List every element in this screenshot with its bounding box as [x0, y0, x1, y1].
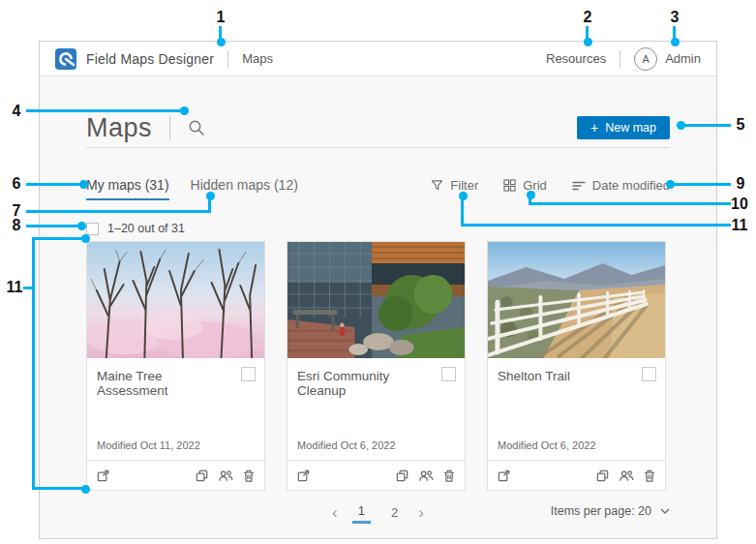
callout-line — [529, 202, 731, 205]
callout-line — [32, 237, 35, 490]
callout-number-1: 1 — [217, 9, 226, 26]
callout-dot — [77, 222, 86, 230]
view-controls: Filter Grid — [431, 178, 670, 193]
field-maps-designer-window: Field Maps Designer Maps Resources A Adm… — [39, 41, 717, 539]
filter-label: Filter — [450, 178, 478, 193]
page-1-button[interactable]: 1 — [352, 501, 371, 524]
map-card-shelton-trail[interactable]: Shelton Trail Modified Oct 6, 2022 — [487, 241, 666, 491]
filter-button[interactable]: Filter — [431, 178, 478, 193]
title-rule — [86, 147, 670, 148]
new-map-button[interactable]: + New map — [577, 116, 670, 139]
map-card-esri-community-cleanup[interactable]: Esri Community Cleanup Modified Oct 6, 2… — [287, 241, 466, 491]
modified-date: Modified Oct 6, 2022 — [488, 439, 665, 460]
modified-date: Modified Oct 6, 2022 — [287, 439, 465, 460]
card-checkbox[interactable] — [241, 367, 256, 381]
open-map-icon[interactable] — [296, 468, 311, 483]
filter-funnel-icon — [431, 179, 443, 192]
callout-line — [26, 183, 81, 186]
callout-dot — [459, 192, 468, 200]
callout-line — [673, 183, 731, 186]
page-title: Maps — [86, 115, 152, 140]
map-title: Maine Tree Assessment — [97, 369, 255, 398]
sort-label: Date modified — [592, 178, 670, 193]
header-divider — [620, 50, 620, 68]
app-title: Field Maps Designer — [86, 51, 214, 67]
map-thumbnail-trail — [488, 242, 665, 358]
header-divider — [227, 50, 228, 68]
header-right: Resources A Admin — [546, 47, 701, 71]
nav-item-maps[interactable]: Maps — [242, 51, 273, 66]
plus-icon: + — [590, 122, 598, 134]
map-title: Shelton Trail — [498, 369, 655, 383]
card-body: Shelton Trail — [488, 358, 665, 439]
chevron-down-icon — [660, 508, 670, 514]
screenshot-canvas: Field Maps Designer Maps Resources A Adm… — [0, 0, 756, 544]
page-prev-icon[interactable]: ‹ — [332, 506, 338, 520]
grid-label: Grid — [523, 178, 547, 193]
callout-dot — [527, 191, 535, 199]
delete-icon[interactable] — [643, 468, 656, 483]
select-all-checkbox[interactable] — [86, 223, 99, 235]
callout-number-2: 2 — [584, 9, 592, 26]
items-per-page-label: Items per page: 20 — [551, 504, 651, 518]
username-label[interactable]: Admin — [665, 51, 701, 66]
card-body: Maine Tree Assessment — [87, 358, 264, 439]
callout-dot — [79, 180, 88, 189]
callout-dot — [217, 38, 226, 46]
map-thumbnail-trees — [87, 242, 264, 358]
callout-line — [32, 237, 83, 240]
toolbar-row: My maps (31) Hidden maps (12) Filter — [86, 177, 670, 200]
callout-line — [26, 109, 183, 112]
callout-line — [26, 225, 79, 227]
callout-dot — [81, 234, 90, 243]
callout-dot — [666, 180, 675, 189]
map-card-maine-tree-assessment[interactable]: Maine Tree Assessment Modified Oct 11, 2… — [86, 241, 265, 491]
share-group-icon[interactable] — [218, 468, 233, 483]
duplicate-icon[interactable] — [195, 468, 209, 483]
card-checkbox[interactable] — [441, 367, 456, 381]
callout-number-9: 9 — [737, 175, 745, 193]
result-count-label: 1–20 out of 31 — [107, 222, 185, 235]
map-thumbnail-campus — [287, 242, 465, 358]
delete-icon[interactable] — [442, 468, 456, 483]
tabs: My maps (31) Hidden maps (12) — [86, 177, 298, 200]
callout-number-11-filter: 11 — [732, 217, 748, 234]
card-footer — [287, 460, 465, 490]
callout-line — [461, 224, 731, 227]
callout-number-3: 3 — [671, 9, 680, 26]
new-map-label: New map — [605, 121, 656, 135]
duplicate-icon[interactable] — [395, 468, 409, 483]
sort-icon — [572, 180, 586, 192]
tab-my-maps[interactable]: My maps (31) — [86, 177, 169, 200]
resources-link[interactable]: Resources — [546, 51, 606, 66]
share-group-icon[interactable] — [619, 468, 634, 483]
items-per-page-select[interactable]: Items per page: 20 — [551, 504, 670, 518]
user-avatar[interactable]: A — [634, 47, 657, 71]
card-footer — [87, 460, 264, 490]
card-body: Esri Community Cleanup — [287, 358, 465, 439]
card-footer — [488, 460, 665, 490]
callout-number-10: 10 — [731, 196, 748, 213]
page-next-icon[interactable]: › — [418, 506, 424, 520]
card-checkbox[interactable] — [642, 367, 656, 381]
callout-number-8: 8 — [13, 217, 21, 234]
delete-icon[interactable] — [242, 468, 256, 483]
search-icon[interactable] — [188, 119, 205, 136]
app-body: Maps + New map My maps (31) Hidden maps … — [40, 76, 716, 538]
callout-dot — [180, 106, 189, 115]
open-map-icon[interactable] — [497, 468, 511, 483]
share-group-icon[interactable] — [418, 468, 434, 483]
map-title: Esri Community Cleanup — [297, 369, 455, 398]
callout-line — [461, 196, 464, 227]
open-map-icon[interactable] — [96, 468, 110, 483]
title-row: Maps + New map — [86, 76, 670, 140]
page-2-button[interactable]: 2 — [385, 503, 404, 523]
callout-dot — [81, 485, 90, 494]
esri-logo-icon — [55, 48, 76, 70]
sort-button[interactable]: Date modified — [572, 178, 670, 193]
map-cards-row: Maine Tree Assessment Modified Oct 11, 2… — [86, 241, 670, 491]
grid-view-button[interactable]: Grid — [503, 178, 547, 193]
duplicate-icon[interactable] — [595, 468, 610, 483]
callout-dot — [671, 38, 680, 46]
callout-line — [683, 124, 731, 127]
